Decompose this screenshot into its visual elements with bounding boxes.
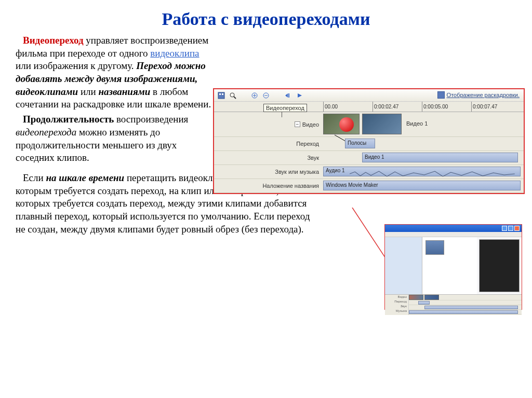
zoom-in-icon[interactable] bbox=[250, 91, 259, 100]
link-videoclip[interactable]: видеоклипа bbox=[150, 48, 199, 59]
track-label-overlay: Наложение названия bbox=[214, 179, 323, 193]
ruler-mark: 0:00:02.47 bbox=[373, 102, 398, 112]
title-clip[interactable]: Windows Movie Maker bbox=[323, 181, 521, 190]
clip-label: Видео 1 bbox=[406, 120, 428, 127]
track-label-sound: Звук bbox=[214, 151, 323, 165]
ruler-mark: 00.00 bbox=[323, 102, 338, 112]
svg-rect-0 bbox=[218, 92, 224, 99]
collection-pane bbox=[422, 237, 477, 294]
mini-seg[interactable] bbox=[424, 306, 518, 309]
toolbar: Отображение раскадровки. bbox=[214, 89, 524, 102]
collection-thumb[interactable] bbox=[425, 240, 444, 255]
screenshot-timeline: Отображение раскадровки. Видеопереход − … bbox=[213, 88, 525, 194]
video-clip-1[interactable] bbox=[323, 114, 360, 134]
titlebar bbox=[385, 225, 522, 232]
show-storyboard-link[interactable]: Отображение раскадровки. bbox=[437, 91, 520, 99]
svg-rect-11 bbox=[288, 93, 289, 98]
ruler-mark: 0:00:05.00 bbox=[422, 102, 448, 112]
mini-clip[interactable] bbox=[409, 295, 423, 300]
preview-pane bbox=[479, 239, 520, 292]
zoom-out-icon[interactable] bbox=[262, 91, 270, 100]
paragraph-1: Видеопереход управляет воспроизведением … bbox=[16, 34, 213, 111]
menubar bbox=[385, 232, 522, 237]
audio-clip[interactable]: Аудио 1 bbox=[323, 167, 521, 176]
video-clip-2[interactable] bbox=[362, 114, 402, 134]
term-transition: Видеопереход bbox=[23, 35, 84, 46]
paragraph-2: Продолжительность воспроизведения видеоп… bbox=[16, 113, 213, 164]
svg-marker-12 bbox=[298, 93, 302, 98]
svg-rect-1 bbox=[219, 93, 221, 95]
mini-seg[interactable] bbox=[418, 301, 430, 305]
video-track[interactable]: Видео 1 bbox=[323, 112, 524, 137]
minimize-icon[interactable] bbox=[502, 226, 507, 231]
svg-line-4 bbox=[234, 97, 236, 99]
task-pane bbox=[385, 237, 422, 294]
mini-clip[interactable] bbox=[424, 295, 439, 300]
track-label-music: Звук или музыка bbox=[214, 165, 323, 179]
screenshot-fullwindow: Видео Переход Звук Музыка bbox=[384, 224, 522, 310]
callout-transition: Видеопереход bbox=[263, 104, 307, 112]
maximize-icon[interactable] bbox=[508, 226, 513, 231]
svg-point-3 bbox=[230, 93, 234, 97]
ruler-mark: 0:00:07.47 bbox=[471, 102, 497, 112]
track-label-video: Видеопереход − Видео bbox=[214, 112, 323, 137]
music-track[interactable]: Аудио 1 bbox=[323, 165, 524, 179]
transition-clip[interactable]: Полосы bbox=[345, 139, 375, 148]
sound-track[interactable]: Видео 1 bbox=[323, 151, 524, 165]
page-title: Работа с видеопереходами bbox=[0, 0, 532, 34]
svg-marker-10 bbox=[285, 93, 288, 98]
close-icon[interactable] bbox=[514, 226, 520, 231]
track-label-transition: Переход bbox=[214, 137, 323, 151]
film-icon bbox=[437, 91, 445, 99]
mini-timeline: Видео Переход Звук Музыка bbox=[385, 294, 522, 315]
zoom-tool-icon[interactable] bbox=[229, 91, 237, 100]
svg-rect-2 bbox=[222, 93, 223, 95]
timeline-icon[interactable] bbox=[217, 91, 225, 100]
rewind-icon[interactable] bbox=[284, 91, 292, 100]
collapse-icon[interactable]: − bbox=[295, 121, 300, 127]
play-icon[interactable] bbox=[295, 91, 303, 100]
sound-clip[interactable]: Видео 1 bbox=[362, 153, 518, 162]
transition-track[interactable]: Полосы bbox=[323, 137, 524, 151]
mini-seg[interactable] bbox=[409, 310, 518, 314]
title-track[interactable]: Windows Movie Maker bbox=[323, 179, 524, 193]
